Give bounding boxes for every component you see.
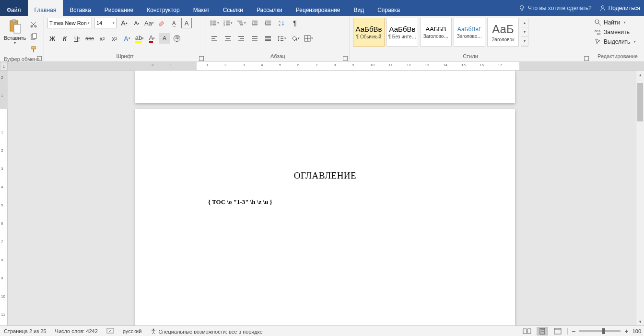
ruler-tab-selector[interactable]: L (0, 62, 8, 71)
tab-insert[interactable]: Вставка (63, 0, 98, 16)
tab-home[interactable]: Главная (28, 0, 63, 16)
paste-dropdown[interactable]: ▾ (14, 41, 16, 45)
view-read-button[interactable] (521, 327, 533, 336)
tab-mailings[interactable]: Рассылки (250, 0, 289, 16)
phonetic-button[interactable]: A̲̲ (169, 18, 179, 28)
spell-check-icon[interactable] (106, 328, 114, 335)
cut-icon (30, 21, 37, 28)
tab-layout[interactable]: Макет (187, 0, 216, 16)
paste-button[interactable]: Вставить ▾ (3, 18, 27, 45)
tab-help[interactable]: Справка (371, 0, 407, 16)
ruler-horizontal[interactable]: 211234567891011121314151617 (8, 62, 644, 71)
paragraph-launcher[interactable] (343, 56, 348, 61)
find-button[interactable]: Найти▾ (594, 19, 636, 26)
char-border-button[interactable]: A (181, 18, 192, 28)
justify-button[interactable] (249, 33, 260, 44)
group-editing: Найти▾ abacЗаменить Выделить▾ Редактиров… (591, 16, 644, 62)
clear-format-button[interactable] (156, 18, 167, 28)
svg-rect-36 (211, 38, 215, 39)
style-heading1[interactable]: ААББВЗаголово… (420, 18, 452, 47)
format-painter-button[interactable] (29, 45, 38, 54)
align-center-button[interactable] (222, 33, 233, 44)
distributed-button[interactable] (263, 33, 273, 44)
bullets-button[interactable]: ▾ (209, 18, 220, 28)
align-left-button[interactable] (209, 33, 220, 44)
enclose-char-button[interactable]: 字 (172, 33, 182, 44)
font-size-combo[interactable]: 14▾ (94, 18, 117, 28)
style-normal[interactable]: АаБбВв¶ Обычный (353, 18, 385, 47)
page-1-bottom[interactable] (135, 71, 515, 103)
text-effects-button[interactable]: A▾ (122, 33, 132, 44)
subscript-button[interactable]: x2 (97, 33, 107, 44)
sort-button[interactable]: AZ (276, 18, 287, 28)
svg-rect-26 (240, 24, 243, 25)
tab-references[interactable]: Ссылки (216, 0, 250, 16)
tab-design[interactable]: Конструктор (140, 0, 186, 16)
copy-button[interactable] (29, 32, 38, 42)
show-marks-button[interactable]: ¶ (290, 18, 300, 28)
font-color-button[interactable]: A▾ (147, 33, 157, 44)
zoom-in-button[interactable]: + (624, 327, 628, 335)
ruler-vertical[interactable]: 2112345678910111213 (0, 71, 8, 325)
increase-indent-button[interactable] (263, 18, 273, 28)
grow-font-button[interactable]: A▴ (119, 18, 129, 28)
highlight-button[interactable]: ab▾ (134, 33, 145, 44)
page-2[interactable]: ОГЛАВЛЕНИЕ { TOC \o "1-3" \h \z \u } (135, 109, 515, 325)
strikethrough-button[interactable]: abc (84, 33, 95, 44)
style-heading2[interactable]: АаБбВвГЗаголово… (454, 18, 485, 47)
shading-button[interactable]: ▾ (290, 33, 300, 44)
change-case-button[interactable]: Aa▾ (144, 18, 154, 28)
scroll-up[interactable]: ▴ (636, 71, 644, 79)
styles-scroll[interactable]: ▴▾▾ (521, 18, 528, 47)
tell-me-search[interactable]: Что вы хотите сделать? (518, 5, 592, 12)
clipboard-launcher[interactable] (37, 56, 42, 61)
italic-button[interactable]: К (59, 33, 70, 44)
numbering-button[interactable]: 123▾ (222, 18, 233, 28)
status-language[interactable]: русский (123, 328, 141, 334)
underline-button[interactable]: Ч▾ (72, 33, 82, 44)
status-page[interactable]: Страница 2 из 25 (4, 328, 47, 334)
cut-button[interactable] (29, 20, 38, 29)
tab-view[interactable]: Вид (347, 0, 371, 16)
multilevel-button[interactable]: ▾ (236, 18, 246, 28)
group-paragraph: ▾ 123▾ ▾ AZ ¶ ▾ ▾ ▾ Абзац (206, 16, 350, 62)
scroll-thumb[interactable] (637, 83, 643, 121)
select-button[interactable]: Выделить▾ (594, 38, 636, 46)
line-spacing-button[interactable]: ▾ (276, 33, 287, 44)
replace-icon: abac (594, 28, 602, 36)
decrease-indent-button[interactable] (249, 18, 260, 28)
view-print-button[interactable] (537, 327, 548, 336)
superscript-button[interactable]: x2 (109, 33, 120, 44)
tab-draw[interactable]: Рисование (98, 0, 140, 16)
char-shading-button[interactable]: A (159, 33, 170, 44)
svg-rect-4 (12, 20, 16, 22)
format-painter-icon (30, 46, 37, 53)
shrink-font-button[interactable]: A▾ (131, 18, 142, 28)
tab-file[interactable]: Файл (0, 0, 28, 16)
zoom-level[interactable]: 100 (632, 328, 641, 334)
scrollbar-vertical[interactable]: ▴ ▾ (636, 71, 644, 325)
zoom-slider[interactable] (579, 330, 621, 332)
zoom-out-button[interactable]: − (572, 327, 575, 335)
tab-review[interactable]: Рецензирование (289, 0, 347, 16)
borders-button[interactable]: ▾ (303, 33, 314, 44)
style-no-spacing[interactable]: АаБбВв¶ Без инте… (386, 18, 418, 47)
status-words[interactable]: Число слов: 4242 (55, 328, 98, 334)
align-right-button[interactable] (236, 33, 246, 44)
bold-button[interactable]: Ж (47, 33, 58, 44)
share-button[interactable]: Поделиться (599, 5, 640, 12)
paste-icon (7, 19, 23, 34)
font-name-combo[interactable]: Times New Ron▾ (47, 18, 92, 28)
styles-launcher[interactable] (584, 56, 589, 61)
view-web-button[interactable] (552, 327, 563, 336)
font-launcher[interactable] (199, 56, 204, 61)
toc-field-code[interactable]: { TOC \o "1-3" \h \z \u } (208, 198, 515, 206)
replace-button[interactable]: abacЗаменить (594, 28, 636, 36)
svg-rect-1 (521, 9, 523, 10)
status-accessibility[interactable]: Специальные возможности: все в порядке (150, 328, 262, 335)
document-title[interactable]: ОГЛАВЛЕНИЕ (135, 170, 515, 181)
group-label-styles: Стили (350, 53, 591, 62)
svg-rect-38 (225, 36, 231, 37)
style-title[interactable]: АаБЗаголовок (487, 18, 519, 47)
scroll-down[interactable]: ▾ (636, 317, 644, 325)
